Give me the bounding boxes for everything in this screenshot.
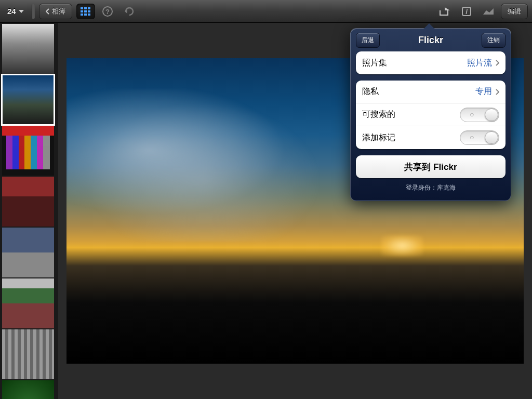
top-toolbar: 24 相簿 ? i 编辑 — [0, 0, 532, 23]
svg-rect-0 — [81, 7, 83, 9]
add-tags-toggle[interactable] — [460, 130, 499, 145]
thumbnail[interactable] — [2, 278, 54, 328]
thumbnail[interactable] — [2, 228, 54, 277]
searchable-label: 可搜索的 — [362, 109, 395, 120]
adjust-icon — [482, 7, 495, 16]
undo-button[interactable] — [120, 4, 139, 19]
svg-rect-6 — [81, 14, 83, 16]
back-chevron-icon — [46, 8, 50, 15]
logout-button[interactable]: 注销 — [482, 33, 506, 48]
toolbar-separator — [32, 4, 35, 19]
svg-rect-1 — [84, 7, 87, 9]
add-tags-row: 添加标记 — [356, 126, 506, 149]
albums-button[interactable]: 相簿 — [39, 4, 72, 19]
photoset-label: 照片集 — [362, 58, 387, 69]
privacy-row[interactable]: 隐私 专用 — [356, 81, 506, 103]
grid-icon — [81, 7, 91, 16]
undo-icon — [124, 7, 135, 16]
share-button-label: 共享到 Flickr — [404, 161, 457, 173]
searchable-row: 可搜索的 — [356, 103, 506, 126]
chevron-right-icon — [495, 60, 499, 66]
options-group: 隐私 专用 可搜索的 添加标记 — [356, 81, 506, 149]
svg-rect-2 — [88, 7, 90, 9]
add-tags-label: 添加标记 — [362, 132, 395, 143]
share-button[interactable] — [435, 4, 454, 19]
grid-view-button[interactable] — [76, 4, 95, 19]
chevron-down-icon — [18, 9, 24, 14]
svg-rect-5 — [88, 10, 90, 12]
help-icon: ? — [102, 6, 113, 17]
photoset-row[interactable]: 照片集 照片流 — [356, 51, 506, 74]
albums-button-label: 相簿 — [52, 7, 65, 16]
searchable-toggle[interactable] — [460, 108, 499, 122]
thumbnail[interactable] — [2, 177, 54, 227]
svg-rect-4 — [84, 10, 87, 12]
photo-count-value: 24 — [7, 7, 16, 16]
share-to-flickr-button[interactable]: 共享到 Flickr — [356, 155, 506, 178]
back-button[interactable]: 后退 — [356, 33, 380, 48]
privacy-value: 专用 — [475, 86, 492, 97]
svg-rect-3 — [81, 10, 83, 12]
thumbnail[interactable] — [2, 126, 54, 176]
popover-title: Flickr — [418, 35, 443, 46]
photoset-value: 照片流 — [467, 58, 492, 69]
info-icon: i — [461, 6, 472, 17]
thumbnail[interactable] — [2, 380, 54, 399]
svg-text:i: i — [466, 8, 468, 16]
share-icon — [438, 6, 451, 17]
svg-rect-8 — [88, 14, 90, 16]
privacy-label: 隐私 — [362, 86, 379, 97]
thumbnail[interactable] — [2, 75, 54, 125]
flickr-share-popover: 后退 Flickr 注销 照片集 照片流 隐私 专用 可搜索的 — [350, 28, 511, 201]
photoset-group: 照片集 照片流 — [356, 51, 506, 74]
svg-rect-7 — [84, 14, 87, 16]
thumbnail-sidebar — [0, 23, 58, 399]
help-button[interactable]: ? — [98, 4, 117, 19]
thumbnail[interactable] — [2, 329, 54, 379]
info-button[interactable]: i — [457, 4, 476, 19]
photo-count-dropdown[interactable]: 24 — [4, 7, 28, 16]
edit-button-label: 编辑 — [508, 7, 521, 16]
edit-button[interactable]: 编辑 — [501, 4, 528, 19]
adjust-button[interactable] — [479, 4, 498, 19]
thumbnail[interactable] — [2, 24, 54, 74]
chevron-right-icon — [495, 89, 499, 95]
login-info: 登录身份：库克海 — [356, 178, 506, 195]
svg-text:?: ? — [105, 8, 110, 16]
popover-header: 后退 Flickr 注销 — [351, 29, 511, 51]
